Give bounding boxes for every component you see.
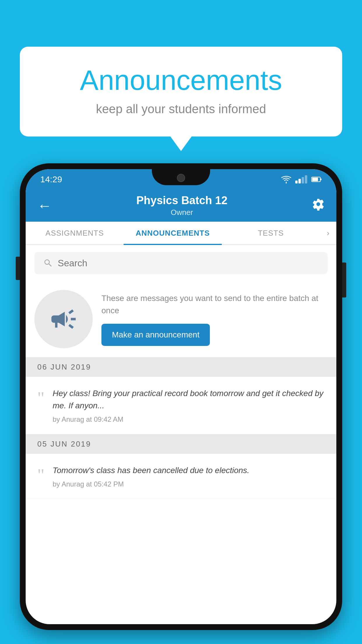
phone-screen: 14:29 [26, 169, 336, 624]
svg-rect-2 [320, 178, 321, 180]
announcement-meta-1: by Anurag at 09:42 AM [53, 415, 325, 424]
promo-description: These are messages you want to send to t… [101, 292, 328, 317]
announcement-item-2[interactable]: " Tomorrow's class has been cancelled du… [26, 454, 336, 499]
user-role: Owner [136, 208, 228, 217]
bubble-title: Announcements [43, 64, 319, 96]
tab-announcements[interactable]: ANNOUNCEMENTS [124, 222, 222, 245]
tab-assignments[interactable]: ASSIGNMENTS [26, 222, 124, 245]
tab-bar: ASSIGNMENTS ANNOUNCEMENTS TESTS › [26, 222, 336, 245]
wifi-icon [281, 175, 291, 183]
app-header: ← Physics Batch 12 Owner [26, 190, 336, 222]
batch-title: Physics Batch 12 [136, 194, 228, 207]
promo-section: These are messages you want to send to t… [26, 281, 336, 357]
speech-bubble: Announcements keep all your students inf… [20, 47, 342, 136]
announcement-message-1: Hey class! Bring your practical record b… [53, 387, 325, 412]
quote-icon-2: " [37, 466, 45, 484]
status-icons [281, 175, 322, 183]
settings-button[interactable] [312, 198, 325, 214]
signal-bars-icon [295, 175, 307, 183]
tab-more[interactable]: › [320, 222, 336, 244]
bubble-subtitle: keep all your students informed [43, 102, 319, 116]
phone-outer: 14:29 [20, 163, 342, 630]
date-header-1: 06 JUN 2019 [26, 357, 336, 377]
back-button[interactable]: ← [37, 197, 52, 214]
status-time: 14:29 [40, 174, 62, 184]
megaphone-icon [49, 304, 78, 334]
gear-icon [312, 198, 325, 211]
date-header-2: 05 JUN 2019 [26, 434, 336, 454]
make-announcement-button[interactable]: Make an announcement [101, 324, 210, 346]
phone-wrapper: 14:29 [20, 163, 342, 630]
header-center: Physics Batch 12 Owner [136, 194, 228, 217]
battery-icon [311, 176, 322, 183]
search-input[interactable] [58, 258, 319, 269]
front-camera [177, 174, 185, 182]
announcement-text-1: Hey class! Bring your practical record b… [53, 387, 325, 424]
tab-tests[interactable]: TESTS [222, 222, 320, 245]
promo-content: These are messages you want to send to t… [101, 292, 328, 346]
announcement-message-2: Tomorrow's class has been cancelled due … [53, 464, 325, 477]
quote-icon-1: " [37, 389, 45, 407]
announcement-meta-2: by Anurag at 05:42 PM [53, 480, 325, 488]
notch [152, 169, 210, 185]
search-icon [43, 258, 53, 268]
search-bar[interactable] [34, 252, 328, 274]
announcement-item-1[interactable]: " Hey class! Bring your practical record… [26, 377, 336, 434]
announcement-text-2: Tomorrow's class has been cancelled due … [53, 464, 325, 488]
svg-rect-1 [312, 178, 318, 181]
megaphone-avatar [34, 290, 93, 348]
status-bar: 14:29 [26, 169, 336, 190]
